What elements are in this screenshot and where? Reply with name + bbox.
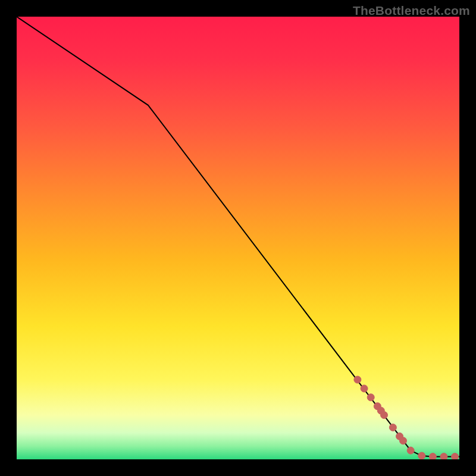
data-marker [429,453,436,459]
data-marker [381,412,388,419]
data-marker [367,394,374,401]
chart-frame: TheBottleneck.com [0,0,476,476]
data-marker [407,447,414,454]
data-marker [400,437,407,444]
data-marker [440,453,447,459]
watermark-text: TheBottleneck.com [353,4,470,18]
gradient-background [17,17,459,459]
data-marker [452,453,459,459]
plot-area [17,17,459,459]
data-marker [354,376,361,383]
data-marker [361,385,368,392]
data-marker [389,424,396,431]
data-marker [418,452,425,459]
chart-svg [17,17,459,459]
